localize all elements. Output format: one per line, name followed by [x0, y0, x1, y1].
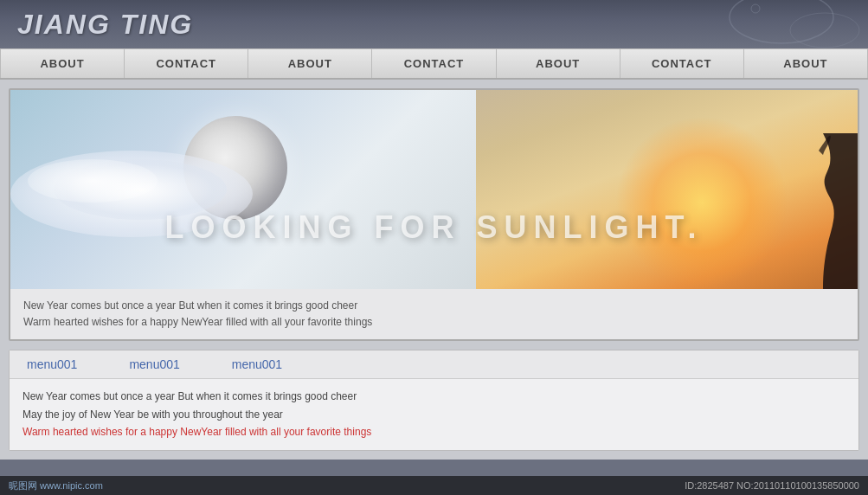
menu-tab-3[interactable]: menu001 — [232, 357, 282, 371]
nav-item-contact2[interactable]: CONTACT — [372, 49, 496, 78]
nav-item-about3[interactable]: ABOUT — [497, 49, 620, 78]
menu-tab-2[interactable]: menu001 — [129, 357, 179, 371]
hero-banner: LOOKING FOR SUNLIGHT. New Year comes but… — [9, 88, 859, 341]
content-line3: Warm hearted wishes for a happy NewYear … — [23, 423, 845, 440]
nav-item-contact1[interactable]: CONTACT — [125, 49, 248, 78]
content-line1: New Year comes but once a year But when … — [23, 388, 845, 405]
watermark-bar: 昵图网 www.nipic.com ID:2825487 NO:20110110… — [0, 476, 868, 495]
site-header: JIANG TING — [0, 0, 868, 48]
hero-tagline: LOOKING FOR SUNLIGHT. — [10, 209, 858, 246]
nav-item-about1[interactable]: ABOUT — [0, 49, 125, 78]
content-line2: May the joy of New Year be with you thro… — [23, 406, 845, 423]
hero-image: LOOKING FOR SUNLIGHT. — [10, 90, 858, 289]
cloud3 — [28, 159, 158, 202]
content-list: New Year comes but once a year But when … — [10, 379, 858, 449]
nav-item-about4[interactable]: ABOUT — [744, 49, 868, 78]
watermark-right: ID:2825487 NO:20110110100135850000 — [685, 480, 859, 491]
watermark-left: 昵图网 www.nipic.com — [9, 479, 103, 492]
hero-caption-line1: New Year comes but once a year But when … — [23, 298, 845, 314]
nav-item-about2[interactable]: ABOUT — [248, 49, 372, 78]
main-content: LOOKING FOR SUNLIGHT. New Year comes but… — [0, 80, 868, 460]
bottom-section: menu001 menu001 menu001 New Year comes b… — [9, 350, 859, 450]
menu-tabs: menu001 menu001 menu001 — [10, 350, 858, 379]
hero-caption-line2: Warm hearted wishes for a happy NewYear … — [23, 314, 845, 331]
nav-item-contact3[interactable]: CONTACT — [620, 49, 744, 78]
site-title: JIANG TING — [17, 9, 193, 41]
main-nav: ABOUT CONTACT ABOUT CONTACT ABOUT CONTAC… — [0, 48, 868, 80]
hero-caption: New Year comes but once a year But when … — [10, 289, 858, 339]
menu-tab-1[interactable]: menu001 — [27, 357, 77, 371]
